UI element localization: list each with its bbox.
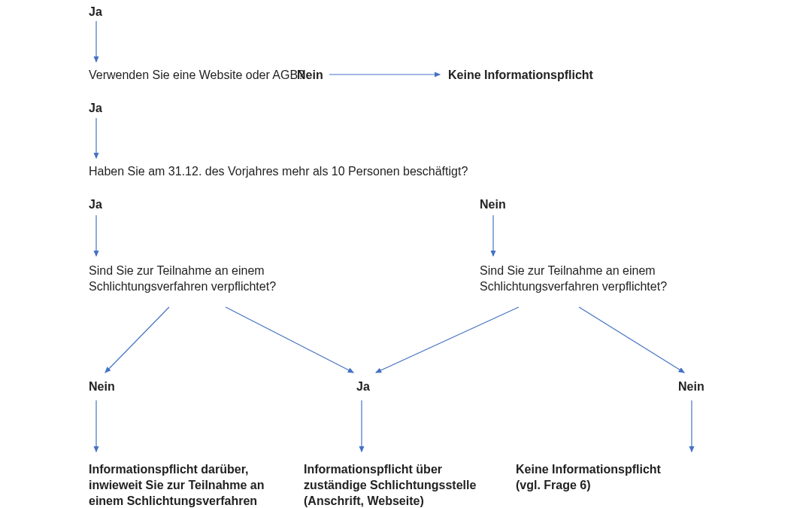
question-schlichtung-right: Sind Sie zur Teilnahme an einem Schlicht… — [480, 263, 690, 295]
svg-line-8 — [579, 307, 684, 373]
question-schlichtung-left: Sind Sie zur Teilnahme an einem Schlicht… — [89, 263, 299, 295]
result-mid: Informationspflicht über zuständige Schl… — [304, 462, 484, 508]
result-right: Keine Informationspflicht (vgl. Frage 6) — [516, 462, 681, 494]
answer-ja-2: Ja — [89, 101, 102, 117]
answer-ja-bottom-mid: Ja — [356, 379, 370, 395]
question-employees: Haben Sie am 31.12. des Vorjahres mehr a… — [89, 164, 468, 180]
answer-ja-3: Ja — [89, 197, 102, 213]
svg-line-7 — [376, 307, 519, 373]
svg-line-6 — [226, 307, 353, 373]
result-no-info-top: Keine Informationspflicht — [448, 68, 593, 84]
answer-nein-bottom-right: Nein — [678, 379, 704, 395]
answer-nein-website: Nein — [297, 68, 323, 84]
svg-line-5 — [105, 307, 169, 373]
question-website-agb: Verwenden Sie eine Website oder AGB? — [89, 68, 304, 84]
result-left: Informationspflicht darüber, inwieweit S… — [89, 462, 284, 508]
answer-nein-3: Nein — [480, 197, 506, 213]
answer-nein-bottom-left: Nein — [89, 379, 115, 395]
answer-ja-1: Ja — [89, 5, 102, 20]
